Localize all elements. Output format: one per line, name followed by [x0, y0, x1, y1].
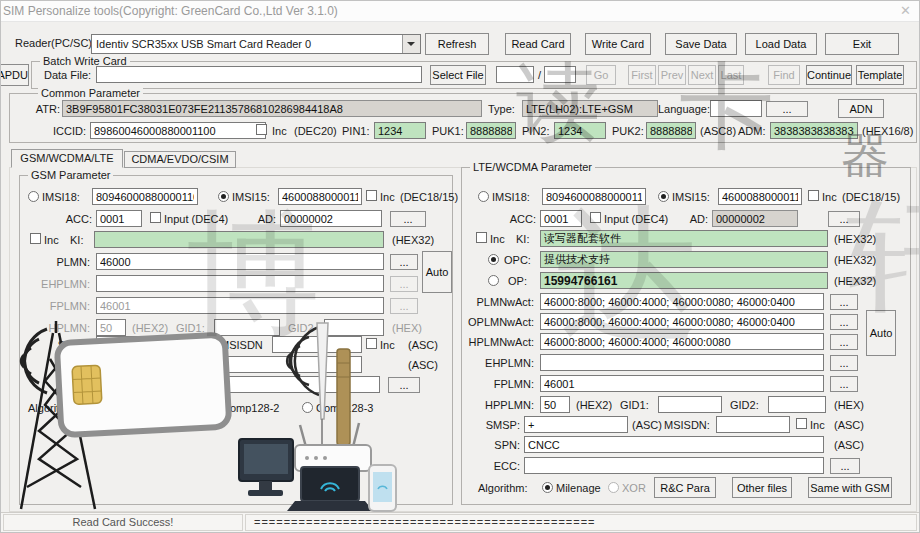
language-more-button[interactable]: ... — [766, 101, 808, 117]
lte-imsi18-radio[interactable] — [478, 191, 489, 202]
load-data-button[interactable]: Load Data — [745, 33, 817, 55]
lte-plmnwact-field[interactable] — [540, 293, 824, 310]
lte-op-radio[interactable] — [488, 275, 499, 286]
gsm-msisdn-inc-checkbox[interactable] — [366, 338, 377, 349]
lte-ecc-more-button[interactable]: ... — [830, 458, 860, 474]
gsm-comp128-1-radio[interactable] — [88, 402, 99, 413]
gsm-plmn-field[interactable] — [96, 253, 384, 270]
data-file-input[interactable] — [96, 66, 422, 83]
iccid-inc-checkbox[interactable] — [256, 124, 267, 135]
gsm-imsi18-field[interactable] — [92, 188, 198, 205]
gsm-imsi18-radio[interactable] — [28, 191, 39, 202]
gsm-fplmn-field[interactable] — [96, 297, 384, 314]
lte-ad-more-button[interactable]: ... — [828, 211, 860, 227]
lte-auto-button[interactable]: Auto — [866, 310, 896, 356]
gsm-msisdn-field[interactable] — [272, 336, 362, 353]
lte-acc-input-checkbox[interactable] — [590, 212, 601, 223]
lte-ki-field[interactable] — [540, 230, 828, 247]
lte-milenage-radio[interactable] — [542, 482, 553, 493]
gsm-acc-field[interactable] — [96, 210, 142, 227]
gsm-smsp-field[interactable] — [96, 336, 184, 353]
close-icon[interactable]: ✕ — [900, 3, 911, 18]
lte-hpplmn-field[interactable] — [540, 396, 570, 413]
type-field[interactable] — [522, 100, 658, 117]
lte-op-field[interactable] — [540, 272, 828, 289]
select-file-button[interactable]: Select File — [430, 65, 486, 85]
lte-ehplmn-more-button[interactable]: ... — [830, 355, 858, 371]
record-index-input[interactable] — [496, 66, 534, 83]
pin1-field[interactable] — [374, 122, 426, 139]
lte-ehplmn-field[interactable] — [540, 354, 824, 371]
gsm-imsi15-radio[interactable] — [218, 191, 229, 202]
gsm-ehplmn-more-button[interactable]: ... — [390, 276, 418, 292]
pin2-field[interactable] — [554, 122, 606, 139]
prev-button[interactable]: Prev — [658, 65, 686, 85]
atr-field[interactable] — [62, 100, 482, 117]
lte-gid2-field[interactable] — [768, 396, 826, 413]
gsm-ad-field[interactable] — [280, 210, 382, 227]
other-files-button[interactable]: Other files — [732, 477, 792, 498]
lte-spn-field[interactable] — [524, 436, 824, 453]
lte-oplmnwact-field[interactable] — [540, 313, 824, 330]
gsm-ehplmn-field[interactable] — [96, 275, 384, 292]
lte-opc-field[interactable] — [540, 251, 828, 268]
lte-hplmnwact-more-button[interactable]: ... — [830, 334, 858, 350]
gsm-gid2-field[interactable] — [324, 319, 384, 336]
lte-imsi15-field[interactable] — [718, 188, 802, 205]
gsm-comp128-3-radio[interactable] — [302, 402, 313, 413]
exit-button[interactable]: Exit — [825, 33, 899, 55]
gsm-imsi-inc-checkbox[interactable] — [366, 190, 377, 201]
gsm-ki-field[interactable] — [94, 231, 384, 248]
lte-imsi18-field[interactable] — [542, 188, 646, 205]
rc-para-button[interactable]: R&C Para — [654, 477, 716, 498]
lte-ad-field[interactable] — [712, 210, 798, 227]
lte-imsi-inc-checkbox[interactable] — [808, 190, 819, 201]
lte-opc-radio[interactable] — [488, 254, 499, 265]
gsm-ad-more-button[interactable]: ... — [390, 211, 426, 227]
last-button[interactable]: Last — [718, 65, 744, 85]
language-field[interactable] — [710, 100, 762, 117]
apdu-button[interactable]: APDU — [0, 64, 29, 86]
same-with-gsm-button[interactable]: Same with GSM — [808, 477, 892, 498]
lte-xor-radio[interactable] — [608, 482, 619, 493]
lte-ecc-field[interactable] — [524, 457, 824, 474]
read-card-button[interactable]: Read Card — [505, 33, 571, 55]
save-data-button[interactable]: Save Data — [665, 33, 737, 55]
next-button[interactable]: Next — [688, 65, 716, 85]
gsm-comp128-2-radio[interactable] — [208, 402, 219, 413]
record-total-input[interactable] — [544, 66, 576, 83]
lte-acc-field[interactable] — [540, 210, 582, 227]
gsm-ki-inc-checkbox[interactable] — [30, 233, 41, 244]
puk1-field[interactable] — [466, 122, 516, 139]
refresh-button[interactable]: Refresh — [425, 33, 489, 55]
find-button[interactable]: Find — [768, 65, 800, 85]
gsm-ecc-more-button[interactable]: ... — [388, 377, 420, 393]
lte-msisdn-inc-checkbox[interactable] — [796, 418, 807, 429]
write-card-button[interactable]: Write Card — [585, 33, 651, 55]
template-button[interactable]: Template — [856, 65, 904, 85]
lte-fplmn-field[interactable] — [540, 375, 824, 392]
gsm-auto-button[interactable]: Auto — [422, 251, 452, 293]
gsm-hplmn-field[interactable] — [96, 319, 126, 336]
gsm-ecc-field[interactable] — [96, 376, 380, 393]
lte-gid1-field[interactable] — [658, 396, 722, 413]
continue-button[interactable]: Continue — [806, 65, 852, 85]
lte-fplmn-more-button[interactable]: ... — [830, 376, 858, 392]
lte-smsp-field[interactable] — [524, 416, 628, 433]
lte-msisdn-field[interactable] — [716, 416, 790, 433]
lte-hplmnwact-field[interactable] — [540, 333, 824, 350]
first-button[interactable]: First — [628, 65, 656, 85]
tab-cdma-evdo-csim[interactable]: CDMA/EVDO/CSIM — [124, 151, 236, 168]
lte-ki-inc-checkbox[interactable] — [476, 232, 487, 243]
lte-imsi15-radio[interactable] — [658, 191, 669, 202]
reader-select[interactable]: Identiv SCR35xx USB Smart Card Reader 0 — [91, 34, 421, 54]
gsm-gid1-field[interactable] — [214, 319, 280, 336]
dropdown-arrow-icon[interactable] — [402, 35, 420, 53]
adn-button[interactable]: ADN — [838, 99, 884, 118]
tab-gsm-wcdma-lte[interactable]: GSM/WCDMA/LTE — [11, 149, 123, 168]
gsm-fplmn-more-button[interactable]: ... — [390, 298, 418, 314]
iccid-field[interactable] — [90, 122, 266, 139]
gsm-acc-input-checkbox[interactable] — [150, 212, 161, 223]
gsm-plmn-more-button[interactable]: ... — [390, 254, 418, 270]
lte-plmnwact-more-button[interactable]: ... — [830, 294, 858, 310]
